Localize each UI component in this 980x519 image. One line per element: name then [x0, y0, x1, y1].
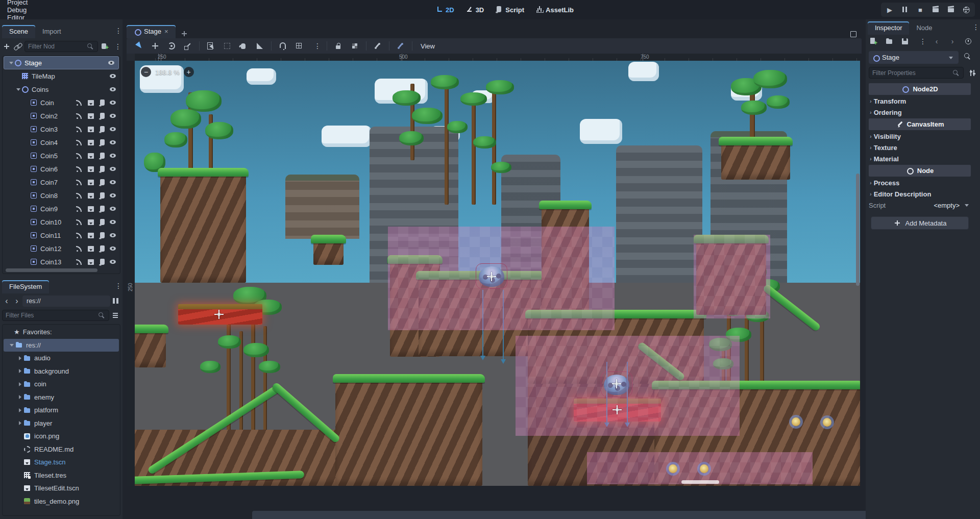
instance-icon[interactable] — [87, 139, 94, 146]
instance-icon[interactable] — [87, 126, 94, 133]
tree-row-coin[interactable]: Coin — [3, 96, 120, 109]
fs-row-readme-md[interactable]: README.md — [3, 443, 120, 456]
instance-icon[interactable] — [87, 245, 94, 252]
lock-tool-button[interactable] — [334, 41, 343, 51]
group-material[interactable]: ›Material — [869, 153, 971, 164]
tab-import[interactable]: Import — [35, 25, 68, 38]
fs-row-stage-tscn[interactable]: Stage.tscn — [3, 456, 120, 469]
tree-row-tilemap[interactable]: TileMap — [3, 69, 120, 83]
tree-row-coin9[interactable]: Coin9 — [3, 202, 120, 215]
filter-files-input[interactable]: Filter Files — [2, 310, 109, 321]
fs-row-tiles-demo-png[interactable]: tiles_demo.png — [3, 495, 120, 508]
tree-row-coin2[interactable]: Coin2 — [3, 109, 120, 122]
instance-icon[interactable] — [87, 152, 94, 159]
attach-script-button[interactable] — [100, 42, 109, 51]
fs-row-favorites-[interactable]: ★Favorites: — [3, 326, 120, 339]
scene-dock-menu-icon[interactable] — [112, 27, 120, 35]
signal-icon[interactable] — [75, 232, 82, 239]
play-custom-scene-button[interactable] — [946, 5, 955, 14]
mode-2d[interactable]: 2D — [431, 4, 458, 15]
fs-sort-button[interactable] — [111, 311, 120, 320]
inspector-dock-menu-icon[interactable] — [970, 23, 978, 31]
tree-row-coin10[interactable]: Coin10 — [3, 215, 120, 229]
pivot-gizmo[interactable] — [487, 272, 496, 281]
fs-row-enemy[interactable]: enemy — [3, 391, 120, 404]
coin-sprite[interactable] — [792, 417, 800, 426]
node-selector-dropdown[interactable]: Stage — [869, 51, 959, 64]
tree-row-coin5[interactable]: Coin5 — [3, 149, 120, 162]
script-icon[interactable] — [99, 232, 106, 239]
signal-icon[interactable] — [75, 139, 82, 146]
group-visibility[interactable]: ›Visibility — [869, 131, 971, 142]
pivot-tool-button[interactable] — [223, 41, 232, 51]
zoom-out-button[interactable]: − — [141, 67, 151, 77]
play-scene-button[interactable] — [931, 5, 940, 14]
script-icon[interactable] — [99, 218, 106, 226]
filter-properties-input[interactable]: Filter Properties — [869, 67, 964, 79]
history-forward-button[interactable]: › — [948, 37, 957, 46]
visibility-toggle-icon[interactable] — [109, 258, 117, 266]
signal-icon[interactable] — [75, 152, 82, 159]
canvas-hscrollbar[interactable] — [681, 480, 719, 484]
script-icon[interactable] — [99, 99, 106, 106]
group-texture[interactable]: ›Texture — [869, 142, 971, 153]
tree-row-coin11[interactable]: Coin11 — [3, 229, 120, 242]
fs-row-player[interactable]: player — [3, 417, 120, 430]
visibility-toggle-icon[interactable] — [109, 85, 117, 93]
signal-icon[interactable] — [75, 99, 82, 106]
coin-sprite[interactable] — [823, 418, 831, 427]
scene-tree-hscrollbar[interactable] — [6, 268, 97, 272]
signal-icon[interactable] — [75, 258, 82, 265]
close-tab-icon[interactable]: × — [164, 28, 168, 35]
history-back-button[interactable]: ‹ — [932, 37, 941, 46]
terrain-platform[interactable] — [335, 378, 482, 486]
instance-icon[interactable] — [87, 112, 94, 119]
instance-icon[interactable] — [87, 258, 94, 265]
magnet-tool-button[interactable] — [278, 41, 287, 51]
visibility-toggle-icon[interactable] — [109, 191, 117, 200]
coin-sprite[interactable] — [669, 464, 677, 473]
pivot-gizmo[interactable] — [612, 379, 621, 388]
tree-row-coin6[interactable]: Coin6 — [3, 162, 120, 176]
tab-stage-scene[interactable]: Stage × — [127, 25, 176, 38]
expand-icon[interactable] — [16, 393, 23, 401]
signal-icon[interactable] — [75, 192, 82, 199]
instance-icon[interactable] — [87, 179, 94, 186]
zoom-in-button[interactable]: + — [184, 67, 194, 77]
select-tool-button[interactable] — [134, 41, 143, 51]
canvas-2d[interactable]: − 188.8 % + — [135, 61, 860, 486]
fs-row-icon-png[interactable]: icon.png — [3, 430, 120, 443]
stop-button[interactable]: ■ — [916, 5, 925, 14]
bone-tool-button[interactable] — [373, 41, 382, 51]
script-icon[interactable] — [99, 258, 106, 265]
script-icon[interactable] — [99, 245, 106, 252]
script-icon[interactable] — [99, 126, 106, 133]
filter-nodes-input[interactable]: Filter Nod — [24, 41, 98, 52]
fs-row-res-[interactable]: res:// — [4, 339, 119, 352]
fs-path-field[interactable]: res:// — [22, 295, 110, 307]
rotate-tool-button[interactable] — [167, 41, 176, 51]
pan-tool-button[interactable] — [239, 41, 248, 51]
fs-row-tileset-tres[interactable]: Tileset.tres — [3, 469, 120, 482]
fs-back-button[interactable]: ‹ — [2, 296, 11, 306]
pivot-gizmo[interactable] — [214, 310, 224, 319]
tab-scene[interactable]: Scene — [2, 25, 35, 38]
terrain-platform[interactable] — [721, 141, 790, 180]
tree-row-coin12[interactable]: Coin12 — [3, 242, 120, 255]
filesystem-dock-menu-icon[interactable] — [112, 282, 120, 290]
collapse-icon[interactable] — [7, 59, 14, 67]
mode-script[interactable]: Script — [491, 4, 528, 15]
play-button[interactable]: ▶ — [885, 5, 894, 14]
tree-row-coin7[interactable]: Coin7 — [3, 176, 120, 189]
ruler-tool-button[interactable] — [255, 41, 264, 51]
group-process[interactable]: ›Process — [869, 177, 971, 188]
fs-row-platform[interactable]: platform — [3, 404, 120, 417]
load-resource-button[interactable] — [885, 37, 894, 46]
visibility-toggle-icon[interactable] — [109, 178, 117, 186]
visibility-toggle-icon[interactable] — [107, 59, 115, 67]
menu-debug[interactable]: Debug — [0, 6, 35, 14]
instantiate-scene-button[interactable] — [13, 42, 22, 51]
group-ordering[interactable]: ›Ordering — [869, 107, 971, 118]
move-tool-button[interactable] — [151, 41, 160, 51]
expand-icon[interactable] — [16, 354, 23, 362]
